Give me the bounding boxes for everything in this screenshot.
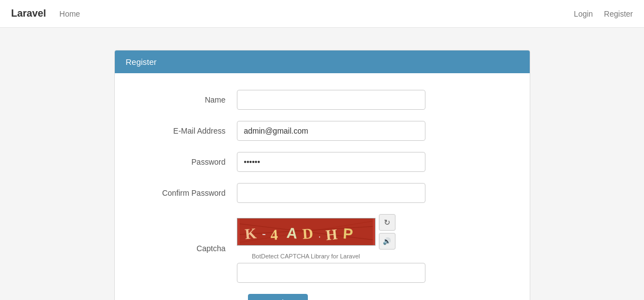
captcha-svg: K - 4 A D . H P [237,218,375,245]
svg-text:K: K [244,225,257,243]
register-card: Register Name E-Mail Address Password Co… [114,50,530,300]
email-form-group: E-Mail Address [137,121,508,141]
svg-text:A: A [286,225,298,242]
svg-text:D: D [302,225,313,242]
svg-text:4: 4 [270,226,278,243]
email-label: E-Mail Address [137,126,237,135]
svg-text:.: . [318,228,321,240]
svg-text:H: H [324,226,338,243]
captcha-form-group: Captcha [137,214,508,283]
captcha-container: K - 4 A D . H P [237,214,425,283]
password-input[interactable] [237,152,425,172]
captcha-input[interactable] [237,263,425,283]
confirm-password-input[interactable] [237,183,425,203]
register-nav-link[interactable]: Register [604,9,633,18]
svg-text:P: P [342,225,353,242]
confirm-password-form-group: Confirm Password [137,183,508,203]
captcha-image-row: K - 4 A D . H P [237,214,425,250]
home-link[interactable]: Home [59,9,80,18]
captcha-audio-button[interactable]: 🔊 [379,233,395,250]
captcha-label: Captcha [137,244,237,253]
svg-text:-: - [261,227,266,240]
button-row: ⊙ Register [248,294,508,300]
name-label: Name [137,95,237,104]
captcha-buttons: ↻ 🔊 [379,214,395,250]
card-header: Register [115,50,530,73]
confirm-password-label: Confirm Password [137,189,237,197]
audio-icon: 🔊 [383,237,391,245]
navbar-left: Laravel Home [11,8,80,19]
navbar: Laravel Home Login Register [0,0,644,28]
password-label: Password [137,157,237,166]
brand-link[interactable]: Laravel [11,8,46,19]
password-form-group: Password [137,152,508,172]
card-body: Name E-Mail Address Password Confirm Pas… [115,73,530,300]
name-form-group: Name [137,90,508,110]
email-input[interactable] [237,121,425,141]
card-title: Register [126,57,157,67]
captcha-refresh-button[interactable]: ↻ [379,214,395,231]
navbar-right: Login Register [574,9,633,18]
login-link[interactable]: Login [574,9,593,18]
main-content: Register Name E-Mail Address Password Co… [0,28,644,300]
captcha-sub-label: BotDetect CAPTCHA Library for Laravel [237,253,376,260]
captcha-image: K - 4 A D . H P [237,218,376,246]
name-input[interactable] [237,90,425,110]
refresh-icon: ↻ [384,218,391,227]
register-button[interactable]: ⊙ Register [248,294,308,300]
